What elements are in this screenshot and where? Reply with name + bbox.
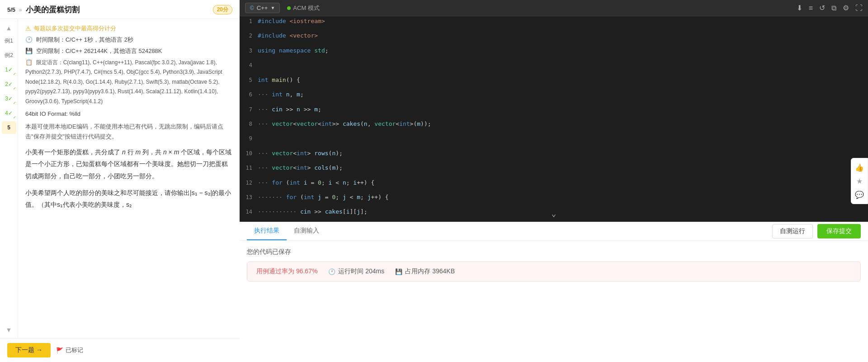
code-line-1: 1 #include <iostream> xyxy=(240,16,868,31)
mode-dot xyxy=(287,6,291,10)
problem-text-2: 小美希望两个人吃的部分的美味之和尽可能接近，请你输出|s₁ − s₂|的最小值。… xyxy=(25,187,232,211)
problem-counter: 5/5 xyxy=(7,6,15,13)
time-limit-block: 🕐 时间限制：C/C++ 1秒，其他语言 2秒 xyxy=(25,35,232,45)
float-thumb-icon[interactable]: 👍 xyxy=(853,161,866,174)
run-time-stat: 🕐 运行时间 204ms xyxy=(328,267,384,276)
language-selector[interactable]: © C++ ▼ xyxy=(245,3,280,13)
clock-stat-icon: 🕐 xyxy=(328,268,335,275)
problem-body: ⚠ 每题以多次提交中最高得分计分 🕐 时间限制：C/C++ 1秒，其他语言 2秒… xyxy=(18,19,240,338)
io-format: 64bit IO Format: %lld xyxy=(25,110,232,117)
result-card: 用例通过率为 96.67% 🕐 运行时间 204ms 💾 占用内存 3964KB xyxy=(247,262,861,281)
code-line-8: 8 ··· vector<vector<int>> cakes(n, vecto… xyxy=(240,119,868,133)
scroll-down-indicator[interactable]: ⌄ xyxy=(552,209,557,218)
settings-icon[interactable]: ⚙ xyxy=(843,4,849,12)
problem-title: 小美的蛋糕切割 xyxy=(26,5,209,15)
score-badge: 20分 xyxy=(213,5,232,14)
saved-text: 您的代码已保存 xyxy=(247,248,861,256)
code-line-5: 5 int main() { xyxy=(240,75,868,90)
sidebar-item-5[interactable]: 5 xyxy=(2,121,16,134)
warn-text: 每题以多次提交中最高得分计分 xyxy=(34,24,116,33)
problem-text-1: 小美有一个矩形的蛋糕，共分成了 n 行 m 列，共 n × m 个区域，每个区域… xyxy=(25,146,232,182)
tab-custom-input[interactable]: 自测输入 xyxy=(287,222,326,240)
sidebar-item-2[interactable]: 2✓ xyxy=(2,78,16,90)
ide-note: 本题可使用本地IDE编码，不能使用本地已有代码，无跳出限制，编码后请点击"保存并… xyxy=(25,122,232,142)
code-line-3: 3 using namespace std; xyxy=(240,46,868,60)
sidebar-item-1[interactable]: 1✓ xyxy=(2,63,16,76)
code-line-7: 7 ··· cin >> n >> m; xyxy=(240,105,868,119)
result-tabs: 执行结果 自测输入 自测运行 保存提交 xyxy=(240,222,868,241)
bookmark-icon: 🚩 xyxy=(56,347,63,354)
sidebar-item-ex1[interactable]: 例1 xyxy=(2,34,16,47)
toolbar-icons: ⬇ ≡ ↺ ⧉ ⚙ ⛶ xyxy=(797,4,863,12)
result-body: 您的代码已保存 用例通过率为 96.67% 🕐 运行时间 204ms 💾 占用内… xyxy=(240,241,868,362)
refresh-icon[interactable]: ↺ xyxy=(819,4,825,12)
right-panel: © C++ ▼ ACM 模式 ⬇ ≡ ↺ ⧉ ⚙ ⛶ 1 #include <i… xyxy=(240,0,868,362)
mode-label: ACM 模式 xyxy=(287,4,320,12)
code-lines: 1 #include <iostream> 2 #include <vector… xyxy=(240,16,868,222)
tab-result[interactable]: 执行结果 xyxy=(247,222,287,240)
fullscreen-icon[interactable]: ⛶ xyxy=(855,4,863,12)
bottom-bar: 下一题 → 🚩 已标记 xyxy=(0,338,240,362)
code-line-6: 6 ··· int n, m; xyxy=(240,90,868,104)
code-editor-area[interactable]: 1 #include <iostream> 2 #include <vector… xyxy=(240,16,868,222)
code-line-2: 2 #include <vector> xyxy=(240,31,868,45)
submit-button[interactable]: 保存提交 xyxy=(817,224,861,238)
sidebar-item-3[interactable]: 3✓ xyxy=(2,92,16,105)
download-icon[interactable]: ⬇ xyxy=(797,4,802,12)
nav-down-btn[interactable]: ▼ xyxy=(5,325,13,334)
warn-icon: ⚠ xyxy=(25,25,31,32)
copy-icon[interactable]: ⧉ xyxy=(831,4,836,12)
format-icon[interactable]: ≡ xyxy=(809,4,813,12)
right-float-panel: 👍 ★ 💬 xyxy=(851,158,868,204)
code-line-13: 13 ······· for (int j = 0; j < m; j++) { xyxy=(240,192,868,207)
code-line-10: 10 ··· vector<int> rows(n); xyxy=(240,148,868,163)
result-panel: 执行结果 自测输入 自测运行 保存提交 您的代码已保存 用例通过率为 96.67… xyxy=(240,222,868,362)
nav-up-btn[interactable]: ▲ xyxy=(5,24,13,33)
problem-nav-sidebar: ▲ 例1 例2 1✓ 2✓ 3✓ 4✓ 5 ▼ xyxy=(0,19,18,338)
test-run-button[interactable]: 自测运行 xyxy=(772,224,813,238)
code-toolbar: © C++ ▼ ACM 模式 ⬇ ≡ ↺ ⧉ ⚙ ⛶ xyxy=(240,0,868,16)
next-problem-button[interactable]: 下一题 → xyxy=(7,343,51,357)
float-star-icon[interactable]: ★ xyxy=(853,175,866,187)
code-line-9: 9 xyxy=(240,133,868,148)
bookmark-label: 🚩 已标记 xyxy=(56,346,83,354)
code-line-12: 12 ··· for (int i = 0; i < n; i++) { xyxy=(240,178,868,192)
memory-stat: 💾 占用内存 3964KB xyxy=(395,267,455,276)
lang-limit-block: 📋 限定语言：C(clang11), C++(clang++11), Pasca… xyxy=(25,58,232,107)
sidebar-item-ex2[interactable]: 例2 xyxy=(2,49,16,62)
result-actions: 自测运行 保存提交 xyxy=(772,224,861,238)
pass-rate: 用例通过率为 96.67% xyxy=(256,267,317,276)
expand-btn[interactable]: » xyxy=(19,7,22,13)
code-line-4: 4 xyxy=(240,60,868,75)
memory-stat-icon: 💾 xyxy=(395,268,402,275)
mem-limit-block: 💾 空间限制：C/C++ 262144K，其他语言 524288K xyxy=(25,47,232,56)
float-chat-icon[interactable]: 💬 xyxy=(853,188,866,201)
code-line-11: 11 ··· vector<int> cols(m); xyxy=(240,163,868,177)
sidebar-item-4[interactable]: 4✓ xyxy=(2,107,16,119)
